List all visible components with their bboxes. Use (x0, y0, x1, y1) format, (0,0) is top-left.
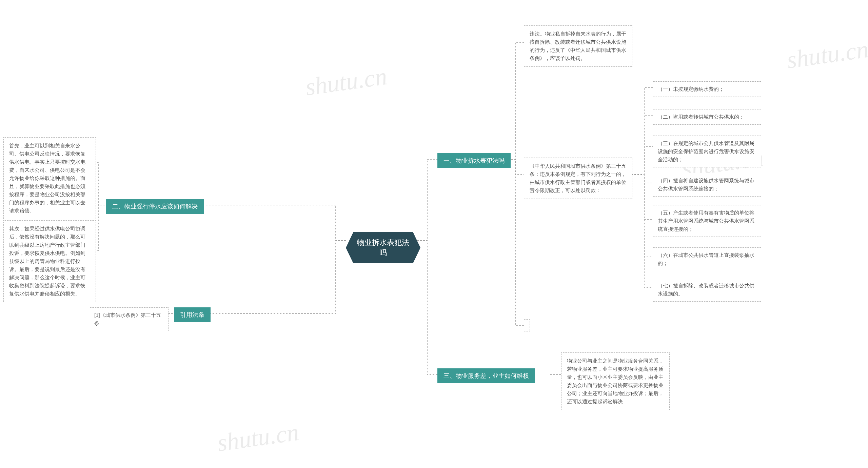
leaf-node-b1-2[interactable]: 《中华人民共和国城市供水条例》第三十五条：违反本条例规定，有下列行为之一的，由城… (524, 158, 632, 199)
leaf-text: 《中华人民共和国城市供水条例》第三十五条：违反本条例规定，有下列行为之一的，由城… (530, 163, 626, 193)
branch-label: 一、物业拆水表犯法吗 (443, 157, 505, 164)
branch-node-3[interactable]: 三、物业服务差，业主如何维权 (437, 368, 535, 383)
leaf-text: [1]《城市供水条例》第三十五条 (94, 312, 161, 326)
branch-label: 二、物业强行停水应该如何解决 (112, 203, 198, 210)
leaf-node-b3-1[interactable]: 物业公司与业主之间是物业服务合同关系，若物业服务差，业主可要求物业提高服务质量，… (561, 352, 670, 410)
leaf-text: （一）未按规定缴纳水费的； (658, 86, 724, 92)
leaf-node-b2-1[interactable]: 首先，业主可以到相关自来水公司、供电公司反映情况，要求恢复供水供电。事实上只要按… (3, 137, 96, 219)
branch-node-2[interactable]: 二、物业强行停水应该如何解决 (106, 199, 204, 214)
leaf-text: （五）产生或者使用有毒有害物质的单位将其生产用水管网系统与城市公共供水管网系统直… (658, 210, 754, 232)
leaf-text: 物业公司与业主之间是物业服务合同关系，若物业服务差，业主可要求物业提高服务质量，… (567, 358, 664, 404)
leaf-node-b1-2-5[interactable]: （五）产生或者使用有毒有害物质的单位将其生产用水管网系统与城市公共供水管网系统直… (653, 205, 761, 237)
leaf-node-b1-2-4[interactable]: （四）擅自将自建设施供水管网系统与城市公共供水管网系统连接的； (653, 173, 761, 197)
leaf-node-b1-2-6[interactable]: （六）在城市公共供水管道上直接装泵抽水的； (653, 247, 761, 271)
leaf-node-b1-2-2[interactable]: （二）盗用或者转供城市公共供水的； (653, 109, 761, 125)
leaf-node-b1-1[interactable]: 违法。物业私自拆掉自来水表的行为，属于擅自拆除、改装或者迁移城市公共供水设施的行… (524, 25, 632, 67)
watermark-text: shutu.cn (303, 62, 389, 102)
branch-label: 三、物业服务差，业主如何维权 (443, 372, 529, 379)
watermark-text: shutu.cn (215, 418, 300, 457)
root-label: 物业拆水表犯法吗 (354, 238, 412, 258)
leaf-node-b1-2-7[interactable]: （七）擅自拆除、改装或者迁移城市公共供水设施的。 (653, 278, 761, 302)
leaf-node-b4-1[interactable]: [1]《城市供水条例》第三十五条 (90, 307, 169, 331)
leaf-node-b1-empty (524, 319, 530, 331)
watermark-text: shutu.cn (785, 35, 868, 75)
leaf-text: （三）在规定的城市公共供水管道及其附属设施的安全保护范围内进行危害供水设施安全活… (658, 140, 754, 162)
leaf-node-b1-2-1[interactable]: （一）未按规定缴纳水费的； (653, 81, 761, 97)
root-node[interactable]: 物业拆水表犯法吗 (346, 232, 420, 263)
leaf-text: （四）擅自将自建设施供水管网系统与城市公共供水管网系统连接的； (658, 178, 754, 191)
leaf-node-b1-2-3[interactable]: （三）在规定的城市公共供水管道及其附属设施的安全保护范围内进行危害供水设施安全活… (653, 136, 761, 167)
leaf-text: （二）盗用或者转供城市公共供水的； (658, 114, 744, 120)
leaf-text: 其次，如果经过供水供电公司协调后，依然没有解决问题的，那么可以到县级以上房地产行… (9, 226, 85, 297)
leaf-text: （七）擅自拆除、改装或者迁移城市公共供水设施的。 (658, 283, 754, 297)
branch-node-1[interactable]: 一、物业拆水表犯法吗 (437, 153, 511, 168)
leaf-text: 首先，业主可以到相关自来水公司、供电公司反映情况，要求恢复供水供电。事实上只要按… (9, 143, 85, 213)
branch-node-4[interactable]: 引用法条 (174, 307, 211, 322)
branch-label: 引用法条 (180, 311, 204, 318)
leaf-text: （六）在城市公共供水管道上直接装泵抽水的； (658, 252, 754, 266)
leaf-text: 违法。物业私自拆掉自来水表的行为，属于擅自拆除、改装或者迁移城市公共供水设施的行… (530, 31, 626, 61)
leaf-node-b2-2[interactable]: 其次，如果经过供水供电公司协调后，依然没有解决问题的，那么可以到县级以上房地产行… (3, 220, 96, 302)
